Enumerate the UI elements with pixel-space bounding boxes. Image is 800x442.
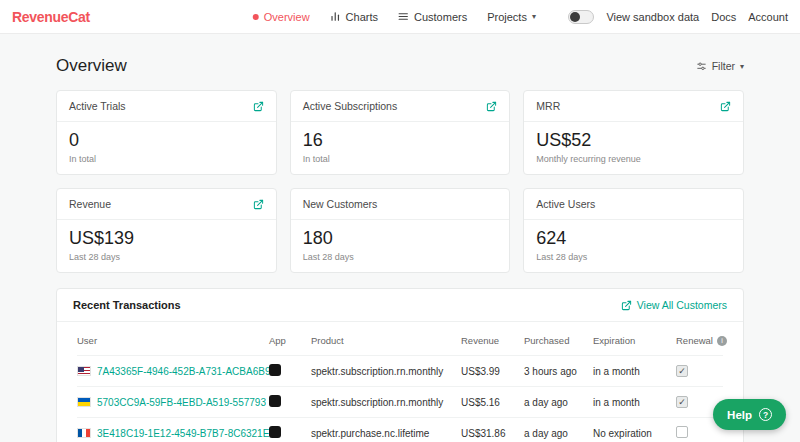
card-value: 624 xyxy=(536,228,731,249)
transactions-title: Recent Transactions xyxy=(73,299,181,311)
table-header-row: User App Product Revenue Purchased Expir… xyxy=(77,324,723,355)
help-button[interactable]: Help ? xyxy=(713,399,786,430)
overview-dot-icon xyxy=(253,14,259,20)
purchased-cell: a day ago xyxy=(524,397,593,408)
user-id-link[interactable]: 3E418C19-1E12-4549-B7B7-8C6321E xyxy=(97,428,269,439)
metrics-row-1: Active Trials 0 In total Active Subscrip… xyxy=(56,90,744,175)
page-header: Overview Filter ▾ xyxy=(56,56,744,76)
metrics-row-2: Revenue US$139 Last 28 days New Customer… xyxy=(56,188,744,273)
info-icon[interactable]: i xyxy=(717,336,727,346)
list-icon xyxy=(398,11,409,22)
app-icon xyxy=(269,364,281,376)
product-cell: spektr.subscription.rn.monthly xyxy=(311,366,461,377)
filter-button[interactable]: Filter ▾ xyxy=(696,60,744,72)
revenuecat-logo[interactable]: RevenueCat xyxy=(12,9,90,25)
card-subtitle: Last 28 days xyxy=(536,252,731,262)
table-row: 3E418C19-1E12-4549-B7B7-8C6321E spektr.p… xyxy=(77,417,723,442)
view-all-customers-label: View All Customers xyxy=(637,299,727,311)
expiration-cell: No expiration xyxy=(593,428,676,439)
card-subtitle: In total xyxy=(69,154,264,164)
main-nav: Overview Charts Customers Projects ▾ xyxy=(253,11,536,23)
country-flag xyxy=(77,428,91,438)
nav-overview-label: Overview xyxy=(264,11,310,23)
metric-card-mrr: MRR US$52 Monthly recurring revenue xyxy=(523,90,744,175)
table-row: 7A43365F-4946-452B-A731-ACBA6B9 spektr.s… xyxy=(77,355,723,386)
help-button-label: Help xyxy=(727,409,752,421)
renewal-checkbox[interactable] xyxy=(676,396,688,408)
card-value: 16 xyxy=(303,130,498,151)
filter-icon xyxy=(696,61,707,72)
nav-docs[interactable]: Docs xyxy=(711,11,736,23)
nav-customers[interactable]: Customers xyxy=(398,11,467,23)
column-header-revenue: Revenue xyxy=(461,335,524,346)
external-link-icon xyxy=(621,300,632,311)
question-icon: ? xyxy=(759,408,772,421)
card-value: 0 xyxy=(69,130,264,151)
nav-charts-label: Charts xyxy=(346,11,378,23)
nav-customers-label: Customers xyxy=(414,11,467,23)
column-header-user: User xyxy=(77,335,269,346)
user-id-link[interactable]: 5703CC9A-59FB-4EBD-A519-557793 xyxy=(97,397,266,408)
metric-card-active-trials: Active Trials 0 In total xyxy=(56,90,277,175)
nav-overview[interactable]: Overview xyxy=(253,11,310,23)
column-header-expiration: Expiration xyxy=(593,335,676,346)
nav-projects-label: Projects xyxy=(487,11,527,23)
chevron-down-icon: ▾ xyxy=(740,62,744,71)
renewal-checkbox[interactable] xyxy=(676,426,688,438)
external-link-icon[interactable] xyxy=(720,101,731,112)
revenue-cell: US$5.16 xyxy=(461,397,524,408)
recent-transactions-card: Recent Transactions View All Customers U… xyxy=(56,288,744,442)
revenue-cell: US$3.99 xyxy=(461,366,524,377)
card-value: US$139 xyxy=(69,228,264,249)
card-subtitle: In total xyxy=(303,154,498,164)
card-title: Active Subscriptions xyxy=(303,100,398,112)
card-subtitle: Monthly recurring revenue xyxy=(536,154,731,164)
user-id-link[interactable]: 7A43365F-4946-452B-A731-ACBA6B9 xyxy=(97,366,269,377)
column-header-purchased: Purchased xyxy=(524,335,593,346)
card-title: MRR xyxy=(536,100,560,112)
column-header-renewal: Renewal i xyxy=(676,335,727,346)
external-link-icon[interactable] xyxy=(253,199,264,210)
app-icon xyxy=(269,426,281,438)
external-link-icon[interactable] xyxy=(486,101,497,112)
column-header-app: App xyxy=(269,335,311,346)
chevron-down-icon: ▾ xyxy=(532,12,536,21)
card-title: Active Trials xyxy=(69,100,126,112)
product-cell: spektr.purchase.nc.lifetime xyxy=(311,428,461,439)
card-subtitle: Last 28 days xyxy=(69,252,264,262)
revenue-cell: US$31.86 xyxy=(461,428,524,439)
metric-card-active-subscriptions: Active Subscriptions 16 In total xyxy=(290,90,511,175)
nav-projects[interactable]: Projects ▾ xyxy=(487,11,536,23)
metric-card-active-users: Active Users 624 Last 28 days xyxy=(523,188,744,273)
view-all-customers-link[interactable]: View All Customers xyxy=(621,299,727,311)
product-cell: spektr.subscription.rn.monthly xyxy=(311,397,461,408)
renewal-checkbox[interactable] xyxy=(676,365,688,377)
top-nav: RevenueCat Overview Charts Customers Pro… xyxy=(0,0,800,34)
card-title: Active Users xyxy=(536,198,595,210)
filter-label: Filter xyxy=(712,60,735,72)
card-title: New Customers xyxy=(303,198,378,210)
sandbox-toggle-label: View sandbox data xyxy=(606,11,699,23)
card-value: 180 xyxy=(303,228,498,249)
expiration-cell: in a month xyxy=(593,366,676,377)
country-flag xyxy=(77,397,91,407)
metric-card-revenue: Revenue US$139 Last 28 days xyxy=(56,188,277,273)
purchased-cell: 3 hours ago xyxy=(524,366,593,377)
metric-card-new-customers: New Customers 180 Last 28 days xyxy=(290,188,511,273)
column-header-product: Product xyxy=(311,335,461,346)
nav-account[interactable]: Account xyxy=(748,11,788,23)
page-title: Overview xyxy=(56,56,127,76)
external-link-icon[interactable] xyxy=(253,101,264,112)
table-row: 5703CC9A-59FB-4EBD-A519-557793 spektr.su… xyxy=(77,386,723,417)
card-title: Revenue xyxy=(69,198,111,210)
expiration-cell: in a month xyxy=(593,397,676,408)
nav-charts[interactable]: Charts xyxy=(330,11,378,23)
sandbox-toggle[interactable] xyxy=(568,10,594,24)
toggle-knob xyxy=(570,12,580,22)
country-flag xyxy=(77,366,91,376)
column-header-renewal-label: Renewal xyxy=(676,335,713,346)
app-icon xyxy=(269,395,281,407)
main-content: Overview Filter ▾ Active Trials 0 In tot… xyxy=(0,56,800,442)
nav-right: View sandbox data Docs Account xyxy=(568,10,788,24)
bar-chart-icon xyxy=(330,11,341,22)
